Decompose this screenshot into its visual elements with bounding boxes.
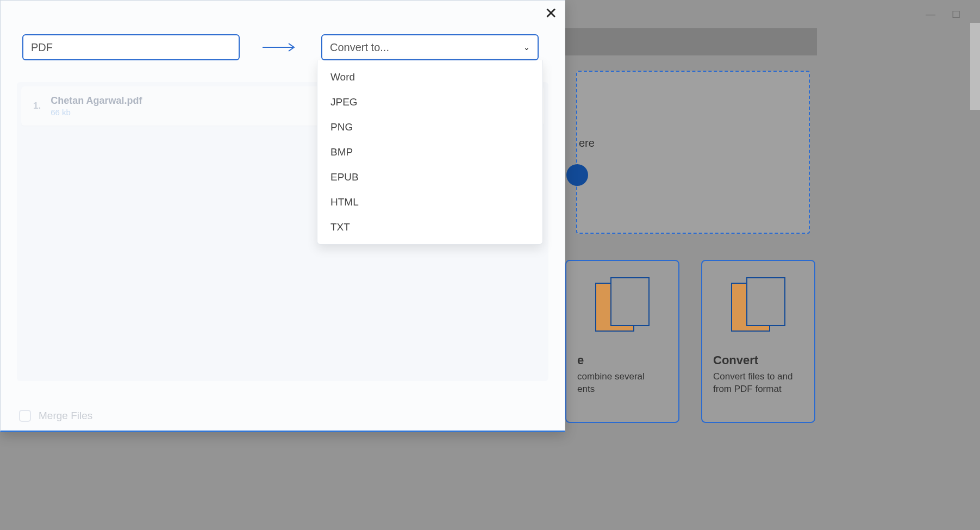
convert-row: PDF Convert to... ⌄ Word JPEG PNG BMP EP…: [1, 1, 565, 77]
source-format-box[interactable]: PDF: [22, 34, 240, 60]
card-merge-desc: combine several ents: [577, 371, 645, 396]
drop-zone-text: ere: [579, 137, 595, 149]
drop-zone[interactable]: ere: [576, 71, 810, 234]
maximize-icon[interactable]: ☐: [952, 9, 960, 21]
convert-modal: ✕ PDF Convert to... ⌄ Word JPEG PNG BMP …: [0, 0, 565, 432]
option-jpeg[interactable]: JPEG: [317, 90, 542, 115]
target-format-placeholder: Convert to...: [330, 41, 389, 54]
card-convert-desc: Convert files to and from PDF format: [713, 371, 803, 396]
convert-icon: [731, 277, 785, 337]
file-size: 66 kb: [51, 108, 142, 117]
option-png[interactable]: PNG: [317, 115, 542, 140]
merge-files-label: Merge Files: [39, 410, 92, 422]
file-name: Chetan Agarwal.pdf: [51, 95, 142, 107]
close-icon[interactable]: ✕: [545, 6, 557, 21]
option-bmp[interactable]: BMP: [317, 140, 542, 165]
window-controls: — ☐: [926, 9, 960, 21]
merge-icon: [595, 277, 650, 337]
target-format-dropdown: Word JPEG PNG BMP EPUB HTML TXT: [317, 60, 543, 245]
card-merge[interactable]: e combine several ents: [565, 260, 679, 423]
target-format-select[interactable]: Convert to... ⌄: [321, 34, 539, 60]
file-index: 1.: [33, 101, 41, 111]
card-convert[interactable]: Convert Convert files to and from PDF fo…: [701, 260, 815, 423]
option-epub[interactable]: EPUB: [317, 165, 542, 190]
merge-checkbox[interactable]: [19, 410, 31, 422]
option-html[interactable]: HTML: [317, 190, 542, 215]
drop-zone-or-circle: [566, 164, 588, 186]
chevron-down-icon: ⌄: [523, 43, 530, 52]
source-format-label: PDF: [31, 41, 53, 54]
option-txt[interactable]: TXT: [317, 215, 542, 240]
card-merge-title: e: [577, 353, 584, 367]
card-convert-title: Convert: [713, 353, 758, 367]
toolbar-band: [565, 28, 817, 55]
minimize-icon[interactable]: —: [926, 9, 935, 21]
arrow-icon: [261, 42, 299, 53]
option-word[interactable]: Word: [317, 65, 542, 90]
modal-footer: Merge Files: [19, 410, 92, 422]
scrollbar[interactable]: [970, 23, 980, 110]
